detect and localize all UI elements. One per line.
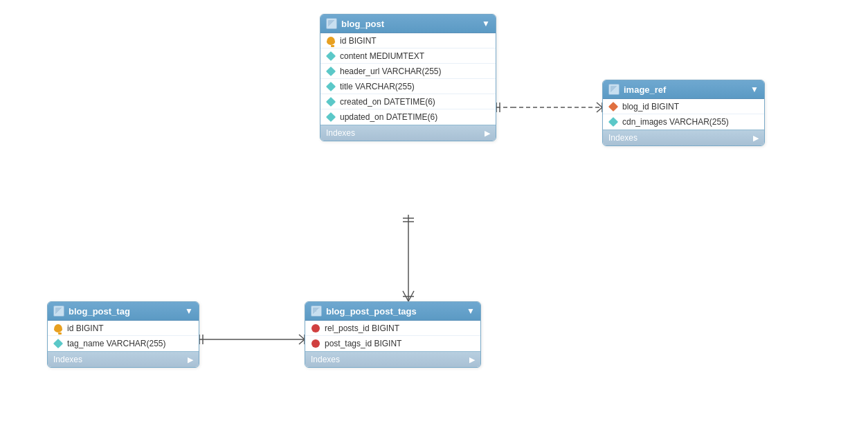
- table-icon: [53, 305, 64, 317]
- field-text: id BIGINT: [340, 36, 377, 46]
- diamond-icon: [326, 82, 336, 91]
- key-icon: [53, 323, 63, 333]
- diamond-red-icon: [608, 102, 618, 112]
- key-red-icon: [311, 339, 320, 348]
- entity-blog-post-tag-arrow: ▼: [185, 306, 193, 316]
- field-text: header_url VARCHAR(255): [340, 66, 442, 76]
- field-row: updated_on DATETIME(6): [320, 109, 496, 125]
- diamond-icon: [326, 97, 336, 107]
- entity-image-ref-arrow: ▼: [750, 85, 759, 94]
- field-text: tag_name VARCHAR(255): [67, 339, 166, 348]
- entity-blog-post[interactable]: blog_post ▼ id BIGINT content MEDIUMTEXT…: [320, 14, 496, 141]
- table-icon: [608, 84, 620, 95]
- entity-image-ref-indexes[interactable]: Indexes ▶: [603, 130, 764, 145]
- field-text: cdn_images VARCHAR(255): [622, 117, 729, 127]
- field-row: created_on DATETIME(6): [320, 94, 496, 109]
- field-row: title VARCHAR(255): [320, 79, 496, 94]
- svg-line-5: [597, 103, 602, 107]
- diamond-icon: [326, 51, 336, 61]
- field-text: content MEDIUMTEXT: [340, 51, 424, 61]
- indexes-expand-icon: ▶: [753, 134, 759, 143]
- indexes-label: Indexes: [326, 128, 355, 138]
- field-row: tag_name VARCHAR(255): [48, 336, 199, 351]
- key-icon: [326, 36, 336, 46]
- entity-blog-post-body: id BIGINT content MEDIUMTEXT header_url …: [320, 33, 496, 125]
- indexes-label: Indexes: [311, 355, 340, 364]
- diamond-icon: [326, 66, 336, 76]
- entity-blog-post-post-tags-header: blog_post_post_tags ▼: [305, 302, 480, 321]
- key-red-icon: [311, 323, 320, 333]
- entity-blog-post-post-tags-body: rel_posts_id BIGINT post_tags_id BIGINT: [305, 321, 480, 351]
- entity-blog-post-tag-indexes[interactable]: Indexes ▶: [48, 351, 199, 367]
- entity-blog-post-post-tags[interactable]: blog_post_post_tags ▼ rel_posts_id BIGIN…: [305, 301, 481, 368]
- entity-blog-post-tag[interactable]: blog_post_tag ▼ id BIGINT tag_name VARCH…: [47, 301, 199, 368]
- field-text: rel_posts_id BIGINT: [325, 323, 399, 333]
- entity-blog-post-tag-title: blog_post_tag: [69, 306, 181, 317]
- table-icon: [311, 305, 322, 317]
- entity-blog-post-post-tags-indexes[interactable]: Indexes ▶: [305, 351, 480, 367]
- field-text: post_tags_id BIGINT: [325, 339, 401, 348]
- table-icon: [326, 18, 337, 29]
- field-row: cdn_images VARCHAR(255): [603, 114, 764, 130]
- entity-image-ref-body: blog_id BIGINT cdn_images VARCHAR(255): [603, 99, 764, 130]
- field-row: content MEDIUMTEXT: [320, 48, 496, 64]
- entity-blog-post-tag-header: blog_post_tag ▼: [48, 302, 199, 321]
- svg-line-20: [299, 339, 305, 344]
- diagram-canvas: blog_post ▼ id BIGINT content MEDIUMTEXT…: [0, 0, 868, 435]
- svg-line-11: [403, 291, 408, 301]
- field-text: blog_id BIGINT: [622, 102, 679, 112]
- field-row: id BIGINT: [48, 321, 199, 336]
- indexes-expand-icon: ▶: [485, 129, 490, 138]
- indexes-expand-icon: ▶: [188, 355, 193, 364]
- svg-line-6: [597, 107, 602, 112]
- diamond-icon: [53, 339, 63, 348]
- entity-image-ref-header: image_ref ▼: [603, 80, 764, 99]
- entity-blog-post-header: blog_post ▼: [320, 15, 496, 33]
- entity-image-ref[interactable]: image_ref ▼ blog_id BIGINT cdn_images VA…: [602, 80, 765, 146]
- field-row: rel_posts_id BIGINT: [305, 321, 480, 336]
- field-text: id BIGINT: [67, 323, 104, 333]
- entity-blog-post-arrow: ▼: [482, 19, 490, 28]
- entity-image-ref-title: image_ref: [624, 85, 746, 95]
- indexes-label: Indexes: [53, 355, 82, 364]
- indexes-expand-icon: ▶: [469, 355, 475, 364]
- entity-blog-post-post-tags-title: blog_post_post_tags: [326, 306, 462, 317]
- field-row: blog_id BIGINT: [603, 99, 764, 114]
- field-text: updated_on DATETIME(6): [340, 112, 437, 122]
- field-text: title VARCHAR(255): [340, 82, 415, 91]
- svg-line-12: [408, 291, 414, 301]
- entity-blog-post-title: blog_post: [341, 19, 478, 29]
- diamond-icon: [326, 112, 336, 122]
- entity-blog-post-tag-body: id BIGINT tag_name VARCHAR(255): [48, 321, 199, 351]
- field-text: created_on DATETIME(6): [340, 97, 435, 107]
- svg-line-19: [299, 335, 305, 339]
- diamond-icon: [608, 117, 618, 127]
- field-row: post_tags_id BIGINT: [305, 336, 480, 351]
- indexes-label: Indexes: [608, 133, 638, 143]
- entity-blog-post-post-tags-arrow: ▼: [467, 306, 475, 316]
- field-row: id BIGINT: [320, 33, 496, 48]
- entity-blog-post-indexes[interactable]: Indexes ▶: [320, 125, 496, 141]
- field-row: header_url VARCHAR(255): [320, 64, 496, 79]
